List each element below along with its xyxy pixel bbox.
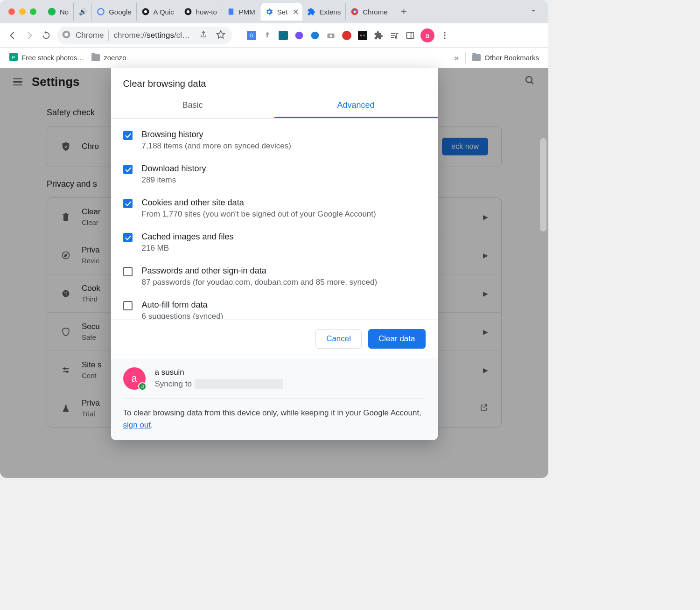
camera-ext-icon[interactable] bbox=[325, 30, 336, 41]
svg-point-3 bbox=[144, 10, 147, 13]
svg-point-27 bbox=[444, 37, 445, 39]
menu-dots-icon[interactable] bbox=[439, 30, 450, 41]
bookmark-zoenzo[interactable]: zoenzo bbox=[91, 54, 126, 62]
pexels-icon: P bbox=[9, 53, 18, 63]
bookmark-star-icon[interactable] bbox=[216, 30, 225, 41]
chrome-logo-icon bbox=[62, 30, 71, 41]
option-browsing-history[interactable]: Browsing history7,188 items (and more on… bbox=[123, 123, 426, 157]
sidepanel-icon[interactable] bbox=[405, 30, 416, 41]
new-tab-button[interactable]: + bbox=[397, 6, 411, 18]
checkbox[interactable] bbox=[123, 165, 133, 174]
option-cache[interactable]: Cached images and files216 MB bbox=[123, 225, 426, 259]
spotify-icon bbox=[48, 7, 56, 16]
speaker-icon: 🔊 bbox=[78, 7, 87, 16]
checkbox[interactable] bbox=[123, 301, 133, 310]
tab-spotify[interactable]: No bbox=[43, 3, 74, 21]
sync-avatar: a bbox=[123, 367, 146, 390]
ext-icon-3[interactable] bbox=[309, 30, 321, 41]
option-autofill[interactable]: Auto-fill form data6 suggestions (synced… bbox=[123, 294, 426, 319]
checkbox[interactable] bbox=[123, 267, 133, 276]
upload-ext-icon[interactable] bbox=[262, 30, 273, 41]
tab-label: Set bbox=[277, 8, 288, 16]
option-passwords[interactable]: Passwords and other sign-in data87 passw… bbox=[123, 259, 426, 294]
modal-overlay: Clear browsing data Basic Advanced Brows… bbox=[0, 68, 548, 478]
svg-point-9 bbox=[354, 11, 356, 13]
sync-user-name: a susuin bbox=[155, 368, 283, 377]
checkbox[interactable] bbox=[123, 131, 133, 140]
sync-status: Syncing to bbox=[155, 379, 283, 389]
forward-button[interactable] bbox=[23, 29, 35, 42]
tab-chrome[interactable]: Chrome bbox=[346, 3, 392, 21]
url-scheme-label: Chrome bbox=[76, 31, 104, 40]
address-bar[interactable]: Chrome chrome://settings/cl… bbox=[57, 27, 232, 44]
window-close-icon[interactable] bbox=[8, 8, 15, 15]
svg-rect-20 bbox=[358, 31, 367, 40]
clear-data-button[interactable]: Clear data bbox=[368, 329, 425, 349]
dialog-body[interactable]: Browsing history7,188 items (and more on… bbox=[111, 119, 438, 319]
dialog-button-row: Cancel Clear data bbox=[111, 319, 438, 358]
browser-toolbar: Chrome chrome://settings/cl… G a bbox=[0, 23, 548, 48]
sync-badge-icon bbox=[138, 382, 147, 391]
dialog-footer: a a susuin Syncing to To clear bbox=[111, 358, 438, 440]
signout-hint: To clear browsing data from this device … bbox=[123, 407, 426, 431]
checkbox[interactable] bbox=[123, 233, 133, 242]
cancel-button[interactable]: Cancel bbox=[315, 329, 362, 349]
option-cookies[interactable]: Cookies and other site dataFrom 1,770 si… bbox=[123, 191, 426, 225]
tab-basic[interactable]: Basic bbox=[111, 94, 274, 118]
back-button[interactable] bbox=[7, 29, 19, 42]
tab-howto[interactable]: how-to bbox=[179, 3, 222, 21]
settings-page: Settings Safety check Chro eck now Priva… bbox=[0, 68, 548, 478]
folder-icon bbox=[472, 54, 481, 61]
extensions-puzzle-icon[interactable] bbox=[373, 30, 384, 41]
dialog-title: Clear browsing data bbox=[111, 68, 438, 94]
option-download-history[interactable]: Download history289 items bbox=[123, 157, 426, 191]
ext-icon-5[interactable] bbox=[357, 30, 368, 41]
bookmarks-bar: P Free stock photos… zoenzo » Other Book… bbox=[0, 48, 548, 68]
tab-quick[interactable]: A Quic bbox=[137, 3, 179, 21]
close-tab-icon[interactable]: ✕ bbox=[291, 7, 300, 16]
ext-icon-2[interactable] bbox=[294, 30, 305, 41]
svg-point-16 bbox=[311, 31, 319, 39]
svg-rect-6 bbox=[229, 8, 234, 15]
tab-label: Chrome bbox=[363, 8, 387, 16]
tab-pmm[interactable]: PMM bbox=[222, 3, 260, 21]
bookmark-pexels[interactable]: P Free stock photos… bbox=[9, 53, 84, 63]
tab-label: PMM bbox=[239, 8, 255, 16]
window-minimize-icon[interactable] bbox=[19, 8, 26, 15]
tab-label: Google bbox=[109, 8, 131, 16]
tab-google[interactable]: Google bbox=[92, 3, 136, 21]
other-bookmarks[interactable]: Other Bookmarks bbox=[472, 54, 539, 62]
window-maximize-icon[interactable] bbox=[30, 8, 36, 15]
tab-dropdown-icon[interactable] bbox=[522, 7, 545, 16]
queue-music-icon[interactable] bbox=[389, 30, 400, 41]
tab-audio[interactable]: 🔊 bbox=[74, 3, 92, 21]
svg-point-15 bbox=[295, 31, 303, 39]
tab-extensions[interactable]: Extens bbox=[302, 3, 346, 21]
tab-advanced[interactable]: Advanced bbox=[274, 94, 438, 118]
separator bbox=[465, 52, 466, 63]
translate-ext-icon[interactable]: G bbox=[246, 30, 257, 41]
profile-avatar[interactable]: a bbox=[420, 28, 434, 42]
share-icon[interactable] bbox=[199, 30, 208, 41]
svg-rect-23 bbox=[406, 32, 413, 38]
site-icon bbox=[141, 7, 150, 16]
sync-email-masked bbox=[195, 379, 283, 389]
url-text: chrome://settings/cl… bbox=[113, 31, 189, 40]
checkbox[interactable] bbox=[123, 199, 133, 208]
bookmark-label: Free stock photos… bbox=[21, 54, 84, 62]
scrollbar-thumb[interactable] bbox=[540, 138, 546, 231]
svg-point-21 bbox=[360, 35, 362, 36]
bookmarks-overflow[interactable]: » bbox=[455, 53, 459, 63]
ext-icon-1[interactable] bbox=[278, 30, 289, 41]
puzzle-icon bbox=[307, 7, 315, 16]
folder-icon bbox=[91, 54, 100, 61]
google-icon bbox=[97, 7, 105, 16]
gear-icon bbox=[265, 7, 273, 16]
svg-point-1 bbox=[98, 8, 104, 15]
dialog-tabs: Basic Advanced bbox=[111, 94, 438, 119]
tab-settings[interactable]: Set ✕ bbox=[260, 3, 303, 21]
sign-out-link[interactable]: sign out bbox=[123, 421, 151, 429]
chrome-icon bbox=[350, 7, 359, 16]
ext-icon-4[interactable] bbox=[341, 30, 352, 41]
reload-button[interactable] bbox=[40, 29, 52, 42]
